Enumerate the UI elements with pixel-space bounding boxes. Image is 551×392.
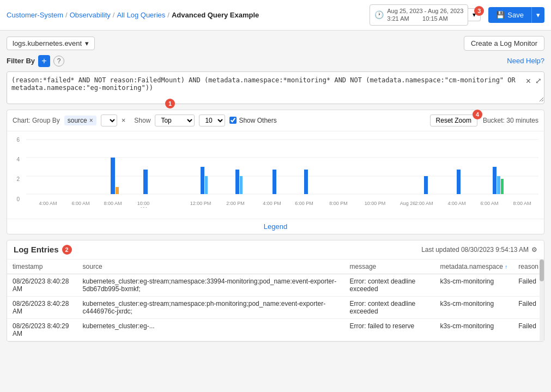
save-icon: 💾 — [496, 11, 505, 19]
log-source-dropdown-icon: ▾ — [85, 39, 89, 47]
breadcrumb-item-2[interactable]: Observability — [70, 11, 111, 19]
cell-namespace-2: k3s-cm-monitoring — [435, 296, 513, 318]
bar-4am-aug26-blue — [424, 176, 428, 194]
show-others-label: Show Others — [239, 117, 276, 124]
breadcrumb: Customer-System / Observability / All Lo… — [7, 11, 259, 19]
chart-legend[interactable]: Legend — [7, 219, 544, 234]
chart-show-dropdown[interactable]: Top Bottom — [155, 114, 195, 126]
y-label-6: 6 — [16, 137, 20, 143]
bar-6pm-blue — [273, 170, 276, 194]
bar-8am-last-lblue — [497, 176, 500, 194]
bucket-label: Bucket: 30 minutes — [483, 117, 538, 124]
show-others-checkbox[interactable] — [229, 117, 237, 124]
col-timestamp[interactable]: timestamp — [7, 260, 77, 274]
chart-dropdown-clear[interactable]: × — [122, 116, 126, 124]
chart-count-dropdown[interactable]: 10 5 20 — [199, 114, 225, 126]
y-label-0: 0 — [16, 196, 20, 202]
query-box-wrapper: × ⤢ 1 — [7, 71, 544, 104]
end-date: Aug 26, 2023 — [428, 8, 463, 14]
sort-icon: ↑ — [505, 264, 507, 270]
datetime-text: Aug 25, 2023 - Aug 26, 2023 3:21 AM 10:1… — [387, 7, 463, 23]
log-source-selector[interactable]: logs.kubernetes.event ▾ — [7, 37, 95, 50]
y-label-4: 4 — [16, 156, 20, 162]
cell-timestamp-1: 08/26/2023 8:40:28 AM — [7, 274, 77, 296]
log-table-head: timestamp source message metadata.namesp… — [7, 260, 544, 274]
log-table: timestamp source message metadata.namesp… — [7, 260, 544, 341]
query-resize-button[interactable]: ⤢ — [535, 76, 542, 85]
filter-by-label: Filter By — [7, 57, 35, 65]
x-label-4pm: 4:00 PM — [263, 201, 281, 206]
table-row: 08/26/2023 8:40:29 AM kubernetes_cluster… — [7, 318, 544, 341]
bar-group1-blue — [111, 158, 115, 194]
add-filter-button[interactable]: + — [38, 55, 50, 67]
breadcrumb-sep-2: / — [113, 11, 115, 19]
bar-8pm-blue — [304, 170, 308, 194]
clock-icon: 🕐 — [374, 10, 384, 19]
main-content: logs.kubernetes.event ▾ Create a Log Mon… — [0, 31, 551, 347]
query-input[interactable] — [7, 72, 544, 102]
tag-chip-source: source × — [64, 116, 96, 125]
log-entries-badge: 2 — [62, 245, 72, 255]
cell-message-3: Error: failed to reserve — [344, 318, 435, 341]
log-entries-label: Log Entries — [14, 245, 59, 254]
breadcrumb-item-1[interactable]: Customer-System — [7, 11, 63, 19]
x-label-6am: 6:00 AM — [71, 201, 89, 206]
show-others-checkbox-label: Show Others — [229, 117, 276, 124]
bar-2pm-blue — [201, 167, 204, 194]
reset-zoom-button[interactable]: Reset Zoom — [430, 114, 477, 126]
cell-message-1: Error: context deadline exceeded — [344, 274, 435, 296]
tag-chip-remove[interactable]: × — [89, 117, 93, 124]
chart-right-controls: Reset Zoom 4 Bucket: 30 minutes — [430, 114, 538, 126]
end-time: 10:15 AM — [422, 15, 447, 22]
save-dropdown-button[interactable]: ▾ — [531, 7, 544, 23]
chart-group-by-label: Chart: Group By — [13, 117, 60, 124]
last-updated-text: Last updated 08/30/2023 9:54:13 AM — [421, 246, 529, 254]
settings-icon[interactable]: ⚙ — [531, 246, 537, 254]
datetime-range[interactable]: 🕐 Aug 25, 2023 - Aug 26, 2023 3:21 AM 10… — [370, 4, 468, 26]
table-row: 08/26/2023 8:40:28 AM kubernetes_cluster… — [7, 296, 544, 318]
cell-message-2: Error: context deadline exceeded — [344, 296, 435, 318]
cell-namespace-3: k3s-cm-monitoring — [435, 318, 513, 341]
log-table-wrapper: timestamp source message metadata.namesp… — [7, 260, 544, 341]
x-label-6am-26: 6:00 AM — [480, 201, 498, 206]
y-axis: 6 4 2 0 — [7, 137, 21, 202]
bar-6am-aug26-blue — [457, 170, 461, 194]
x-label-10am: 10:00 — [137, 201, 150, 206]
save-button[interactable]: 💾 Save — [488, 7, 531, 23]
log-entries-title: Log Entries 2 — [14, 245, 72, 255]
create-log-monitor-button[interactable]: Create a Log Monitor — [464, 36, 544, 51]
x-label-10pm: 10:00 PM — [365, 201, 386, 206]
show-label: Show — [134, 117, 150, 124]
need-help-link[interactable]: Need Help? — [507, 57, 544, 65]
log-table-body: 08/26/2023 8:40:28 AM kubernetes_cluster… — [7, 274, 544, 341]
x-label-2pm: 2:00 PM — [226, 201, 245, 206]
x-label-2am: 2:00 AM — [415, 201, 433, 206]
breadcrumb-item-3[interactable]: All Log Queries — [117, 11, 165, 19]
x-label-8am: 8:00 AM — [104, 201, 122, 206]
col-message[interactable]: message — [344, 260, 435, 274]
chart-badge: 4 — [473, 110, 482, 119]
datetime-badge: 3 — [474, 6, 484, 16]
table-row: 08/26/2023 8:40:28 AM kubernetes_cluster… — [7, 274, 544, 296]
chart-area: 6 4 2 0 — [7, 131, 544, 219]
cell-source-3: kubernetes_cluster:eg-... — [77, 318, 344, 341]
chart-section: Chart: Group By source × × Show Top Bott… — [7, 110, 544, 234]
col-namespace[interactable]: metadata.namespace ↑ — [435, 260, 513, 274]
scrollbar-thumb[interactable] — [540, 260, 544, 281]
chart-svg: 4:00 AM 6:00 AM 8:00 AM 10:00 AM 12:00 P… — [26, 137, 538, 208]
last-updated: Last updated 08/30/2023 9:54:13 AM ⚙ — [421, 246, 537, 254]
x-label-8pm: 8:00 PM — [329, 201, 348, 206]
bar-group1-yellow — [116, 187, 119, 194]
tag-chip-label: source — [68, 117, 87, 124]
bar-8am-last-green — [501, 179, 504, 194]
x-label-12pm: 12:00 PM — [190, 201, 211, 206]
chart-tag-dropdown[interactable] — [101, 114, 117, 126]
help-icon[interactable]: ? — [53, 56, 64, 67]
header: Customer-System / Observability / All Lo… — [0, 0, 551, 31]
query-clear-button[interactable]: × — [526, 76, 531, 86]
breadcrumb-sep-3: / — [167, 11, 169, 19]
x-label-8am-26: 8:00 AM — [513, 201, 531, 206]
log-entries-header: Log Entries 2 Last updated 08/30/2023 9:… — [7, 240, 544, 260]
col-source[interactable]: source — [77, 260, 344, 274]
log-entries-section: Log Entries 2 Last updated 08/30/2023 9:… — [7, 240, 544, 342]
